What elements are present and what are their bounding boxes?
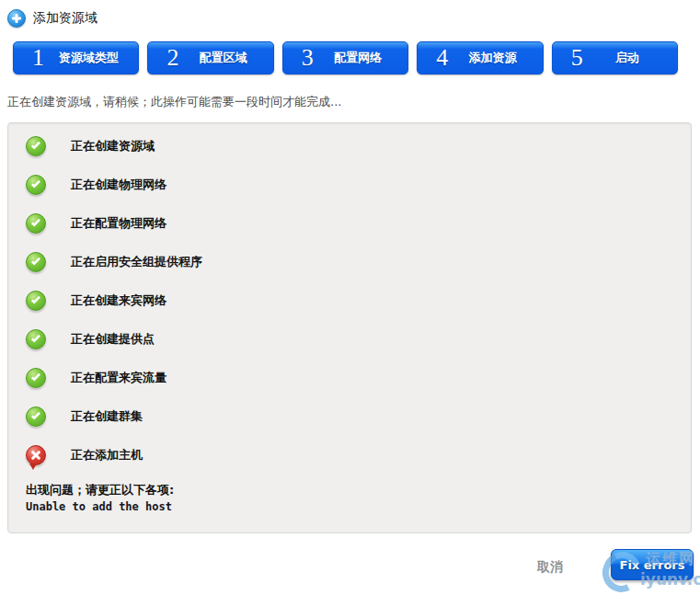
add-plus-icon bbox=[7, 9, 26, 28]
error-title: 出现问题；请更正以下各项: bbox=[26, 482, 691, 498]
error-detail: Unable to add the host bbox=[26, 500, 691, 513]
check-icon bbox=[26, 252, 46, 272]
progress-message: 正在创建资源域，请稍候；此操作可能需要一段时间才能完成... bbox=[7, 94, 341, 110]
step-number: 4 bbox=[436, 42, 448, 74]
progress-row: 正在创建群集 bbox=[26, 397, 691, 436]
error-block: 出现问题；请更正以下各项: Unable to add the host bbox=[26, 482, 691, 513]
progress-row-label: 正在创建提供点 bbox=[71, 331, 155, 348]
progress-row: 正在创建资源域 bbox=[26, 127, 691, 166]
step-label: 添加资源 bbox=[448, 50, 542, 66]
progress-row: 正在创建提供点 bbox=[26, 320, 691, 359]
step-number: 2 bbox=[166, 42, 178, 74]
check-icon bbox=[26, 136, 46, 156]
step-number: 3 bbox=[302, 42, 314, 74]
check-icon bbox=[26, 291, 46, 311]
step-add-resources[interactable]: 4 添加资源 bbox=[417, 41, 543, 74]
progress-row-label: 正在启用安全组提供程序 bbox=[71, 254, 202, 270]
progress-row: 正在配置物理网络 bbox=[26, 204, 691, 243]
progress-row-label: 正在配置来宾流量 bbox=[71, 370, 166, 386]
step-setup-network[interactable]: 3 配置网络 bbox=[282, 41, 408, 74]
page-title: 添加资源域 bbox=[33, 10, 98, 27]
error-icon bbox=[26, 445, 46, 465]
progress-row-label: 正在配置物理网络 bbox=[71, 215, 166, 232]
step-setup-zone[interactable]: 2 配置区域 bbox=[147, 41, 273, 74]
progress-row-label: 正在创建来宾网络 bbox=[71, 292, 166, 309]
check-icon bbox=[26, 213, 46, 234]
step-label: 配置区域 bbox=[178, 50, 272, 66]
step-launch[interactable]: 5 启动 bbox=[552, 41, 678, 74]
check-icon bbox=[26, 329, 46, 349]
progress-row-label: 正在创建群集 bbox=[71, 408, 143, 425]
fix-errors-button[interactable]: Fix errors bbox=[611, 549, 694, 580]
progress-row-label: 正在创建资源域 bbox=[71, 138, 155, 154]
step-label: 资源域类型 bbox=[44, 50, 138, 66]
progress-row: 正在配置来宾流量 bbox=[26, 359, 691, 397]
step-label: 启动 bbox=[583, 50, 677, 66]
cancel-button[interactable]: 取消 bbox=[537, 559, 563, 576]
progress-panel: 正在创建资源域 正在创建物理网络 正在配置物理网络 正在启用安全组提供程序 正在… bbox=[7, 122, 692, 533]
wizard-header: 添加资源域 bbox=[7, 7, 98, 29]
progress-row-label: 正在添加主机 bbox=[71, 447, 143, 463]
step-zone-type[interactable]: 1 资源域类型 bbox=[13, 41, 139, 74]
check-icon bbox=[26, 368, 46, 388]
progress-row: 正在创建物理网络 bbox=[26, 166, 691, 204]
progress-row-label: 正在创建物理网络 bbox=[71, 177, 166, 193]
progress-row: 正在创建来宾网络 bbox=[26, 281, 691, 320]
check-icon bbox=[26, 406, 46, 427]
check-icon bbox=[26, 175, 46, 195]
progress-row: 正在添加主机 bbox=[26, 436, 691, 475]
step-label: 配置网络 bbox=[314, 50, 407, 66]
step-number: 5 bbox=[571, 42, 583, 74]
step-number: 1 bbox=[32, 42, 44, 74]
wizard-steps: 1 资源域类型 2 配置区域 3 配置网络 4 添加资源 5 启动 bbox=[13, 41, 678, 74]
progress-row: 正在启用安全组提供程序 bbox=[26, 243, 691, 281]
